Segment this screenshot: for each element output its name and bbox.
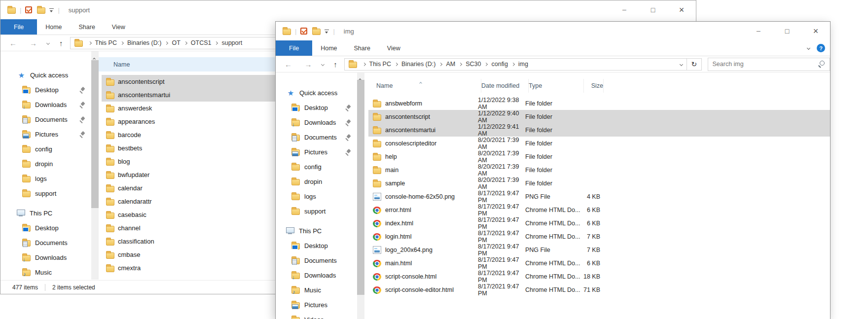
file-row[interactable]: index.html 8/17/2021 9:47 PM Chrome HTML…: [368, 216, 830, 230]
file-row[interactable]: script-console.html 8/17/2021 9:47 PM Ch…: [368, 270, 830, 283]
file-row[interactable]: help 8/20/2021 7:39 AM File folder: [368, 150, 830, 163]
back-button[interactable]: ←: [9, 39, 17, 47]
breadcrumb-segment[interactable]: OTCS1: [181, 39, 212, 46]
column-header-type[interactable]: Type: [529, 79, 584, 93]
ribbon-tab[interactable]: File: [276, 40, 312, 56]
sidebar-item[interactable]: Music: [0, 265, 91, 280]
breadcrumb-segment[interactable]: OT: [161, 39, 180, 46]
recent-locations-icon[interactable]: [321, 62, 325, 66]
sidebar-item[interactable]: Desktop: [0, 82, 91, 97]
file-row[interactable]: login.html 8/17/2021 9:47 PM Chrome HTML…: [368, 230, 830, 243]
file-row[interactable]: consolescripteditor 8/20/2021 7:39 AM Fi…: [368, 137, 830, 150]
sidebar-item[interactable]: Documents: [0, 235, 91, 250]
search-icon[interactable]: [818, 61, 825, 68]
sidebar-item[interactable]: Downloads: [276, 115, 357, 130]
sidebar-item[interactable]: dropin: [0, 156, 91, 171]
sidebar-item[interactable]: logs: [276, 189, 357, 204]
scrollbar-thumb[interactable]: [357, 80, 364, 295]
sidebar-item[interactable]: support: [0, 186, 91, 201]
file-row[interactable]: script-console-editor.html 8/17/2021 9:4…: [368, 283, 830, 296]
search-input[interactable]: [713, 61, 818, 68]
sidebar-item[interactable]: support: [276, 204, 357, 218]
ribbon-tab[interactable]: Share: [346, 40, 379, 56]
ribbon-tab[interactable]: File: [0, 19, 37, 35]
quick-access-toolbar-check-icon[interactable]: [25, 6, 32, 13]
title-bar[interactable]: | | support: [0, 0, 696, 19]
address-dropdown-icon[interactable]: [680, 62, 683, 66]
sidebar-this-pc[interactable]: This PC: [276, 223, 357, 238]
sidebar-scrollbar[interactable]: [357, 72, 364, 319]
back-button[interactable]: ←: [285, 61, 292, 68]
close-button[interactable]: [801, 22, 830, 40]
sidebar-item[interactable]: Documents: [276, 130, 357, 144]
refresh-button[interactable]: ↻: [687, 58, 701, 71]
breadcrumb-segment[interactable]: AM: [435, 61, 455, 68]
sidebar-item[interactable]: Downloads: [0, 97, 91, 112]
sidebar-item[interactable]: Pictures: [0, 127, 91, 142]
sidebar-item[interactable]: dropin: [276, 174, 357, 189]
file-row[interactable]: logo_200x64.png 8/17/2021 9:47 PM PNG Fi…: [368, 243, 830, 256]
minimize-button[interactable]: [744, 22, 773, 40]
help-icon[interactable]: ?: [817, 44, 825, 52]
sidebar-this-pc[interactable]: This PC: [0, 206, 91, 220]
sidebar-item[interactable]: Documents: [0, 112, 91, 127]
column-header-name[interactable]: Name: [376, 79, 481, 93]
breadcrumb-segment[interactable]: SC30: [455, 61, 481, 68]
breadcrumb-segment[interactable]: img: [508, 61, 528, 68]
quick-access-toolbar-check-icon[interactable]: [300, 28, 307, 35]
quick-access-folder-icon[interactable]: [312, 29, 321, 35]
sidebar-quick-access[interactable]: Quick access: [276, 85, 357, 100]
file-row[interactable]: console-home-62x50.png 8/17/2021 9:47 PM…: [368, 190, 830, 203]
address-bar[interactable]: This PC Binaries (D:) AM SC30: [344, 58, 687, 71]
sidebar-item[interactable]: Pictures: [276, 297, 357, 312]
up-button[interactable]: ↑: [59, 39, 63, 47]
file-row[interactable]: main 8/20/2021 7:39 AM File folder: [368, 163, 830, 177]
breadcrumb-segment[interactable]: support: [211, 39, 242, 46]
breadcrumb-segment[interactable]: Binaries (D:): [391, 61, 435, 68]
search-box[interactable]: [708, 58, 831, 71]
column-header-date-modified[interactable]: Date modified: [481, 79, 529, 93]
sidebar-item[interactable]: Pictures: [276, 144, 357, 159]
sidebar-item[interactable]: Downloads: [276, 268, 357, 283]
sidebar-item[interactable]: Videos: [276, 312, 357, 319]
sidebar-item[interactable]: Documents: [276, 253, 357, 268]
column-header-size[interactable]: Size: [584, 79, 604, 93]
file-row[interactable]: anscontentsmartui 1/12/2022 9:41 AM File…: [368, 123, 830, 137]
breadcrumb-segment[interactable]: config: [481, 61, 507, 68]
breadcrumb-segment[interactable]: This PC: [85, 39, 117, 46]
sidebar-scrollbar[interactable]: [91, 51, 99, 280]
scrollbar-thumb[interactable]: [91, 60, 99, 208]
expand-ribbon-icon[interactable]: [807, 46, 810, 50]
ribbon-tab[interactable]: Home: [312, 40, 345, 56]
minimize-button[interactable]: [610, 0, 639, 19]
file-row[interactable]: error.html 8/17/2021 9:47 PM Chrome HTML…: [368, 203, 830, 216]
ribbon-tab[interactable]: View: [104, 19, 134, 35]
recent-locations-icon[interactable]: [46, 41, 50, 44]
file-row[interactable]: sample 8/20/2021 7:39 AM File folder: [368, 177, 830, 190]
sidebar-item[interactable]: Desktop: [0, 220, 91, 235]
sidebar-item[interactable]: config: [276, 159, 357, 174]
sidebar-item[interactable]: Music: [276, 283, 357, 297]
file-row[interactable]: main.html 8/17/2021 9:47 PM Chrome HTML …: [368, 256, 830, 270]
maximize-button[interactable]: [773, 22, 801, 40]
breadcrumb-segment[interactable]: Binaries (D:): [117, 39, 161, 46]
sidebar-item[interactable]: Desktop: [276, 100, 357, 115]
sidebar-item[interactable]: Desktop: [276, 238, 357, 253]
ribbon-tab[interactable]: View: [379, 40, 409, 56]
file-row[interactable]: ansbwebform 1/12/2022 9:38 AM File folde…: [368, 97, 830, 110]
sidebar-item[interactable]: Downloads: [0, 250, 91, 265]
sidebar-item[interactable]: logs: [0, 171, 91, 186]
forward-button[interactable]: →: [304, 61, 312, 68]
ribbon-tab[interactable]: Home: [37, 19, 70, 35]
quick-access-folder-icon[interactable]: [37, 7, 45, 14]
breadcrumb-segment[interactable]: This PC: [359, 61, 391, 68]
up-button[interactable]: ↑: [333, 61, 337, 68]
maximize-button[interactable]: [639, 0, 667, 19]
title-bar[interactable]: | | img: [276, 22, 830, 40]
qat-dropdown-icon[interactable]: [49, 8, 54, 12]
sidebar-quick-access[interactable]: Quick access: [0, 68, 91, 82]
ribbon-tab[interactable]: Share: [71, 19, 104, 35]
close-button[interactable]: [667, 0, 696, 19]
file-row[interactable]: anscontentscript 1/12/2022 9:40 AM File …: [368, 110, 830, 123]
qat-dropdown-icon[interactable]: [325, 30, 329, 34]
